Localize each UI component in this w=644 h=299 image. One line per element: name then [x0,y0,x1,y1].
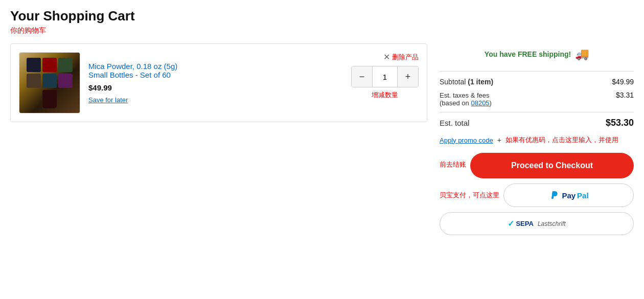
sepa-button[interactable]: ✓ SEPA Lastschrift [440,212,634,235]
promo-hint-chinese: 如果有优惠码，点击这里输入，并使用 [505,135,618,145]
quantity-increase-button[interactable]: + [398,66,418,87]
item-price: $49.99 [88,83,343,92]
free-shipping-banner: You have FREE shipping! 🚚 [440,43,634,65]
tax-zip-link[interactable]: 08205 [471,99,489,107]
paypal-label-chinese: 贝宝支付，可点这里 [440,191,499,200]
save-for-later-link[interactable]: Save for later [88,96,128,104]
promo-code-link[interactable]: Apply promo code [440,136,493,144]
qty-label-chinese: 增减数量 [372,90,398,100]
subtotal-label: Subtotal (1 item) [440,78,493,86]
total-label: Est. total [440,119,469,127]
page-subtitle-chinese: 你的购物车 [10,26,634,35]
item-name[interactable]: Mica Powder, 0.18 oz (5g) Small Bottles … [88,62,343,79]
total-value: $53.30 [606,118,634,128]
subtotal-row: Subtotal (1 item) $49.99 [440,78,634,86]
tax-value: $3.31 [616,91,634,99]
total-row: Est. total $53.30 [440,118,634,128]
checkout-button[interactable]: Proceed to Checkout [470,153,634,178]
paypal-icon [548,190,559,200]
subtotal-value: $49.99 [612,78,634,86]
paypal-logo: PayPal [562,191,588,200]
quantity-section: − + 增减数量 [351,66,419,100]
checkout-label-chinese: 前去结账 [440,160,466,169]
tax-label: Est. taxes & fees (based on 08205) [440,91,492,107]
free-shipping-text: You have FREE shipping! [485,50,571,58]
page-title: Your Shopping Cart [10,8,634,24]
promo-plus: + [497,136,501,144]
sepa-sublabel: Lastschrift [538,220,566,227]
sepa-logo: ✓ SEPA [508,219,533,228]
product-image [19,52,80,113]
cart-section: ✕ 删除产品 [10,43,427,122]
cart-item: ✕ 删除产品 [19,52,419,113]
remove-item-button[interactable]: ✕ 删除产品 [383,52,419,62]
sepa-text: SEPA [516,220,533,227]
order-summary: You have FREE shipping! 🚚 Subtotal (1 it… [440,43,634,235]
quantity-input[interactable] [372,66,398,87]
sepa-check-icon: ✓ [508,219,514,228]
tax-row: Est. taxes & fees (based on 08205) $3.31 [440,91,634,107]
divider [440,112,634,112]
summary-rows: Subtotal (1 item) $49.99 Est. taxes & fe… [440,71,634,235]
truck-icon: 🚚 [575,48,589,61]
item-info: Mica Powder, 0.18 oz (5g) Small Bottles … [88,62,343,104]
promo-row: Apply promo code + 如果有优惠码，点击这里输入，并使用 [440,135,634,145]
quantity-decrease-button[interactable]: − [352,66,372,87]
paypal-button[interactable]: PayPal [503,183,634,207]
quantity-controls: − + [351,66,419,87]
remove-label: 删除产品 [392,53,419,62]
close-icon: ✕ [383,52,390,62]
